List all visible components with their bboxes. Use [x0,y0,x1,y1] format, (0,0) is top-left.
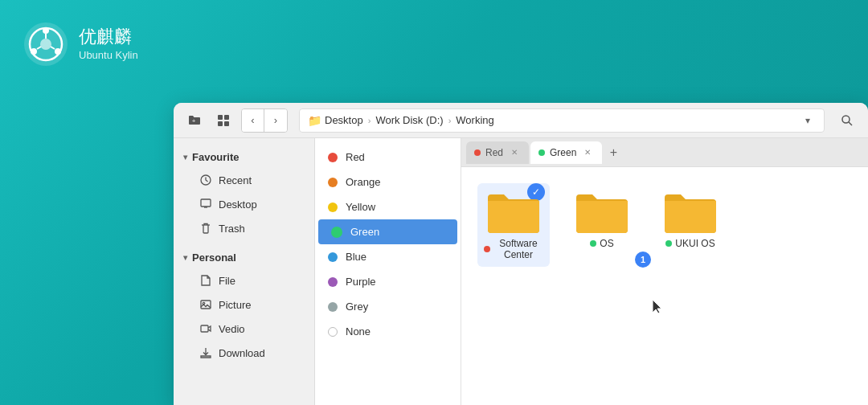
svg-rect-11 [224,115,229,120]
color-item-purple[interactable]: Purple [315,269,461,294]
breadcrumb-working[interactable]: Working [456,114,493,126]
svg-point-14 [842,116,850,123]
file-item-ukui-os[interactable]: UKUI OS [654,183,727,267]
svg-line-15 [849,122,852,125]
svg-point-3 [43,27,49,34]
vedio-label: Vedio [219,323,245,335]
file-item-os[interactable]: OS [566,183,638,267]
file-label: File [219,275,235,287]
favourite-label: Favourite [192,151,240,163]
green-label: Green [350,226,379,238]
svg-rect-12 [218,121,223,126]
os-tag-dot [590,240,596,247]
trash-label: Trash [219,223,245,235]
red-label: Red [346,151,365,163]
yellow-dot [328,202,338,212]
nav-buttons: ‹ › [241,108,288,133]
svg-rect-22 [201,325,208,332]
personal-label: Personal [192,252,236,264]
ukui-os-name: UKUI OS [665,238,714,249]
file-item-software-center[interactable]: ✓ Software Center [477,183,550,267]
green-tab-close[interactable]: ✕ [581,146,594,159]
svg-rect-10 [218,115,223,120]
software-tag-dot [484,246,490,252]
os-name: OS [590,238,613,249]
ukui-tag-dot [665,240,672,247]
folder-svg-ukui [665,190,716,233]
sidebar-item-file[interactable]: File [177,268,311,292]
breadcrumb-sep1: › [368,116,371,125]
file-grid: ✓ Software Center [461,167,868,405]
sidebar-favourite-header[interactable]: ▾ Favourite [174,146,314,168]
notification-badge: 1 [635,252,651,268]
logo-icon [24,22,68,66]
monitor-icon [199,198,212,211]
svg-point-5 [31,48,37,55]
orange-dot [328,178,338,187]
forward-button[interactable]: › [264,109,287,132]
sidebar-item-vedio[interactable]: Vedio [177,317,311,341]
tab-red[interactable]: Red ✕ [466,141,529,164]
picture-label: Picture [219,299,251,311]
folder-svg-software [488,190,539,233]
svg-rect-13 [224,121,229,126]
breadcrumb-dropdown[interactable]: ▾ [800,112,816,129]
sidebar-item-desktop[interactable]: Desktop [177,192,311,216]
color-item-green[interactable]: Green [318,219,457,244]
purple-label: Purple [346,276,376,288]
tab-green[interactable]: Green ✕ [530,141,602,164]
download-icon [199,346,212,359]
color-menu: Red Orange Yellow Green Blue Purple [315,138,461,405]
breadcrumb-desktop[interactable]: Desktop [325,114,363,126]
add-tab-button[interactable]: + [604,143,623,162]
sidebar-personal-header[interactable]: ▾ Personal [174,247,314,268]
sidebar-item-picture[interactable]: Picture [177,292,311,317]
toolbar: + ‹ › 📁 Desktop › Work Disk (D:) › Worki… [174,103,868,138]
content-area: ▾ Favourite Recent [174,138,868,405]
svg-point-4 [55,48,61,55]
color-item-orange[interactable]: Orange [315,170,461,194]
grey-dot [328,302,338,312]
tabs-bar: Red ✕ Green ✕ + [461,138,868,167]
purple-dot [328,277,338,287]
breadcrumb-folder-icon: 📁 [308,114,321,127]
svg-point-21 [203,302,204,304]
red-tab-close[interactable]: ✕ [508,146,521,159]
sidebar-item-recent[interactable]: Recent [177,168,311,192]
blue-dot [328,252,338,262]
svg-point-2 [40,39,51,50]
sidebar-item-trash[interactable]: Trash [177,216,311,240]
breadcrumb-bar[interactable]: 📁 Desktop › Work Disk (D:) › Working ▾ [299,108,825,133]
personal-arrow: ▾ [183,253,187,262]
breadcrumb-workdisk[interactable]: Work Disk (D:) [375,114,443,126]
main-window: + ‹ › 📁 Desktop › Work Disk (D:) › Worki… [174,103,868,405]
color-item-none[interactable]: None [315,319,461,344]
color-item-yellow[interactable]: Yellow [315,194,461,219]
svg-text:+: + [192,117,196,125]
none-label: None [346,325,371,338]
view-mode-button[interactable] [212,109,235,132]
favourite-arrow: ▾ [183,153,187,162]
picture-icon [199,298,212,311]
red-dot [328,153,338,162]
svg-rect-17 [201,199,211,207]
orange-label: Orange [346,176,380,188]
color-item-blue[interactable]: Blue [315,244,461,269]
video-icon [199,322,212,335]
back-button[interactable]: ‹ [242,109,264,132]
new-folder-button[interactable]: + [183,109,206,132]
folder-svg-os [576,190,628,233]
breadcrumb-sep2: › [448,116,452,125]
cursor-icon [653,300,664,314]
trash-icon [199,222,212,235]
green-dot [331,227,342,238]
logo-text: 优麒麟 Ubuntu Kylin [79,26,138,62]
color-item-red[interactable]: Red [315,145,461,170]
color-item-grey[interactable]: Grey [315,294,461,319]
sidebar-item-download[interactable]: Download [177,341,311,365]
green-tab-dot [538,149,545,156]
top-bar: 优麒麟 Ubuntu Kylin [0,0,868,88]
red-tab-dot [474,149,481,156]
svg-rect-20 [201,301,211,309]
search-button[interactable] [836,109,858,132]
